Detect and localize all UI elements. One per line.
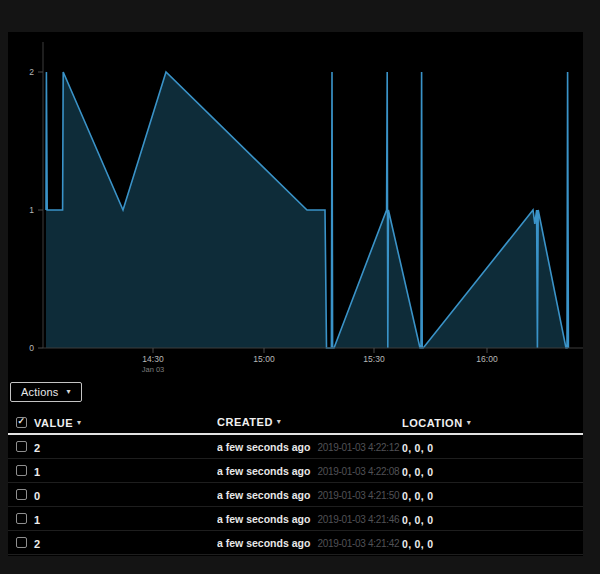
row-timestamp: 2019-01-03 4:21:50 p… — [317, 490, 402, 501]
y-tick-label: 2 — [29, 67, 34, 77]
row-relative-time: a few seconds ago — [217, 465, 310, 477]
check-icon: ✓ — [18, 416, 26, 427]
x-tick-date-label: Jan 03 — [142, 365, 165, 374]
sort-header-location[interactable]: LOCATION ▾ — [402, 417, 471, 429]
table-row[interactable]: 0 a few seconds ago 2019-01-03 4:21:50 p… — [8, 483, 583, 507]
row-value: 2 — [34, 538, 40, 550]
row-checkbox[interactable] — [16, 489, 27, 500]
row-checkbox[interactable] — [16, 513, 27, 524]
timeseries-area-chart: 21014:30Jan 0315:0015:3016:00 — [8, 32, 583, 377]
content-panel: 21014:30Jan 0315:0015:3016:00 Actions ▾ … — [8, 32, 583, 556]
select-all-checkbox[interactable]: ✓ — [16, 417, 27, 428]
row-location: 0, 0, 0 — [402, 514, 433, 526]
sort-caret-icon: ▾ — [77, 419, 81, 427]
actions-button[interactable]: Actions ▾ — [10, 382, 82, 402]
sort-caret-icon: ▾ — [467, 419, 471, 427]
row-checkbox[interactable] — [16, 465, 27, 476]
row-location: 0, 0, 0 — [402, 490, 433, 502]
table-body: 2 a few seconds ago 2019-01-03 4:22:12 p… — [8, 435, 583, 555]
row-relative-time: a few seconds ago — [217, 513, 310, 525]
sort-header-value[interactable]: VALUE ▾ — [34, 417, 81, 429]
table-header-row: ✓ VALUE ▾ CREATED ▾ LOCATION ▾ — [8, 411, 583, 435]
row-relative-time: a few seconds ago — [217, 489, 310, 501]
row-checkbox[interactable] — [16, 537, 27, 548]
row-value: 2 — [34, 442, 40, 454]
table-row[interactable]: 1 a few seconds ago 2019-01-03 4:21:46 p… — [8, 507, 583, 531]
row-value: 1 — [34, 514, 40, 526]
x-tick-label: 16:00 — [476, 354, 498, 364]
row-location: 0, 0, 0 — [402, 442, 433, 454]
row-timestamp: 2019-01-03 4:21:46 p… — [317, 514, 402, 525]
table-row[interactable]: 2 a few seconds ago 2019-01-03 4:21:42 p… — [8, 531, 583, 555]
created-column-label: CREATED — [217, 416, 273, 428]
sort-header-created[interactable]: CREATED ▾ — [217, 416, 281, 428]
value-column-label: VALUE — [34, 417, 73, 429]
row-checkbox[interactable] — [16, 441, 27, 452]
row-timestamp: 2019-01-03 4:21:42 p… — [317, 538, 402, 549]
location-column-label: LOCATION — [402, 417, 463, 429]
row-relative-time: a few seconds ago — [217, 441, 310, 453]
row-timestamp: 2019-01-03 4:22:12 p… — [317, 442, 402, 453]
table-row[interactable]: 2 a few seconds ago 2019-01-03 4:22:12 p… — [8, 435, 583, 459]
x-tick-label: 14:30 — [142, 354, 164, 364]
row-location: 0, 0, 0 — [402, 538, 433, 550]
sort-caret-icon: ▾ — [277, 418, 281, 426]
x-tick-label: 15:00 — [253, 354, 275, 364]
row-relative-time: a few seconds ago — [217, 537, 310, 549]
table-row[interactable]: 1 a few seconds ago 2019-01-03 4:22:08 …… — [8, 459, 583, 483]
caret-down-icon: ▾ — [66, 388, 70, 396]
data-table: ✓ VALUE ▾ CREATED ▾ LOCATION ▾ — [8, 411, 583, 555]
row-value: 1 — [34, 466, 40, 478]
y-tick-label: 1 — [29, 205, 34, 215]
actions-button-label: Actions — [21, 386, 58, 398]
x-tick-label: 15:30 — [363, 354, 385, 364]
row-value: 0 — [34, 490, 40, 502]
row-location: 0, 0, 0 — [402, 466, 433, 478]
y-tick-label: 0 — [29, 343, 34, 353]
row-timestamp: 2019-01-03 4:22:08 … — [317, 466, 402, 477]
